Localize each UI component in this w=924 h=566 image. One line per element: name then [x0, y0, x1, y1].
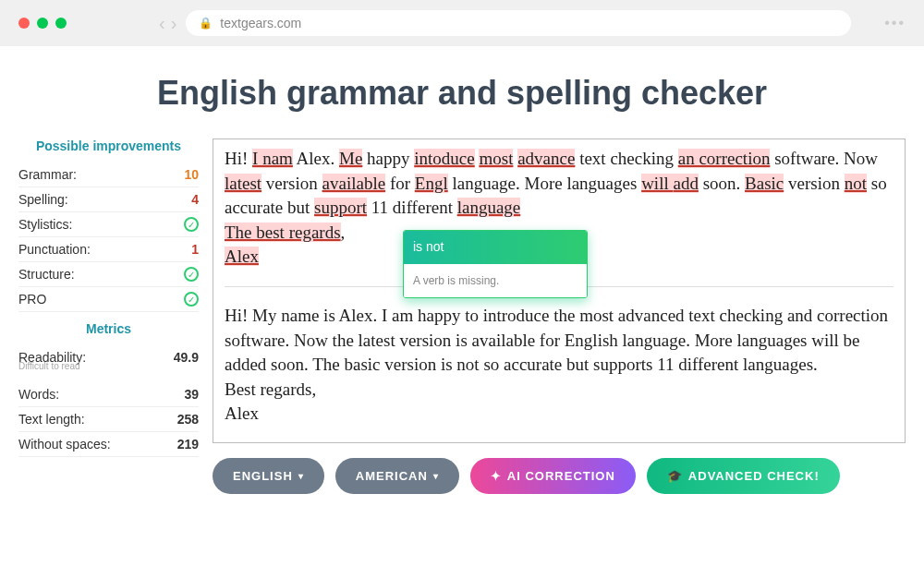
stat-value: 39	[184, 387, 199, 402]
metrics-heading: Metrics	[18, 321, 199, 336]
stat-label: Without spaces:	[18, 437, 111, 452]
url-bar[interactable]: 🔒 textgears.com	[186, 10, 851, 36]
stat-structure: Structure: ✓	[18, 262, 199, 287]
error-highlight[interactable]: Basic	[745, 174, 784, 193]
error-highlight[interactable]: will	[641, 174, 673, 193]
nav-arrows: ‹ ›	[159, 13, 176, 34]
error-highlight[interactable]: an correction	[678, 149, 771, 168]
error-highlight[interactable]: The best regards	[225, 223, 341, 242]
error-highlight[interactable]: available	[322, 174, 386, 193]
error-highlight[interactable]: Alex	[225, 247, 259, 266]
page-title: English grammar and spelling checker	[0, 74, 924, 113]
error-highlight[interactable]: support	[314, 198, 367, 217]
window-controls	[18, 18, 67, 29]
stat-pro: PRO ✓	[18, 287, 199, 312]
variant-select[interactable]: AMERICAN ▾	[335, 458, 459, 494]
stat-value: 1	[191, 242, 199, 257]
error-highlight[interactable]: language	[457, 198, 521, 217]
error-highlight[interactable]: Me	[339, 149, 362, 168]
stat-value: 258	[177, 412, 199, 427]
wand-icon: ✦	[491, 469, 502, 483]
stat-words: Words: 39	[18, 382, 199, 407]
editor-column: Hi! I nam Alex. Me happy intoduce most a…	[213, 138, 906, 494]
chevron-down-icon: ▾	[433, 471, 439, 481]
stat-value: 10	[184, 167, 199, 182]
button-label: AI CORRECTION	[507, 469, 615, 483]
advanced-check-button[interactable]: 🎓 ADVANCED CHECK!	[647, 458, 840, 494]
sidebar: Possible improvements Grammar: 10 Spelli…	[18, 138, 213, 494]
button-label: AMERICAN	[356, 469, 428, 483]
stat-value: 219	[177, 437, 199, 452]
close-window-dot[interactable]	[18, 18, 30, 29]
error-highlight[interactable]: intoduce	[414, 149, 474, 168]
error-highlight[interactable]: advance	[517, 149, 575, 168]
ai-correction-button[interactable]: ✦ AI CORRECTION	[470, 458, 636, 494]
stat-grammar: Grammar: 10	[18, 163, 199, 187]
stat-label: PRO	[18, 292, 46, 307]
readability-note: Difficult to read	[18, 361, 199, 371]
stat-textlength: Text length: 258	[18, 407, 199, 432]
stat-value: 4	[191, 192, 199, 207]
error-highlight[interactable]: not	[845, 174, 867, 193]
forward-icon[interactable]: ›	[171, 13, 177, 34]
check-icon: ✓	[184, 267, 199, 282]
stat-withoutspaces: Without spaces: 219	[18, 432, 199, 457]
button-label: ADVANCED CHECK!	[688, 469, 820, 483]
language-select[interactable]: ENGLISH ▾	[213, 458, 324, 494]
error-highlight[interactable]: add	[673, 174, 698, 193]
error-highlight[interactable]: I nam	[252, 149, 293, 168]
stat-label: Spelling:	[18, 192, 68, 207]
button-row: ENGLISH ▾ AMERICAN ▾ ✦ AI CORRECTION 🎓 A…	[213, 458, 906, 494]
check-icon: ✓	[184, 292, 199, 307]
tooltip-suggestion[interactable]: is not	[404, 231, 587, 264]
error-highlight[interactable]: Engl	[415, 174, 448, 193]
stat-label: Grammar:	[18, 167, 77, 182]
error-highlight[interactable]: most	[479, 149, 513, 168]
url-text: textgears.com	[220, 16, 301, 30]
stat-spelling: Spelling: 4	[18, 187, 199, 212]
error-highlight[interactable]: latest	[225, 174, 261, 193]
improvements-heading: Possible improvements	[18, 138, 199, 153]
stat-punctuation: Punctuation: 1	[18, 237, 199, 262]
more-icon[interactable]: •••	[884, 15, 906, 31]
stat-label: Text length:	[18, 412, 85, 427]
stat-stylistics: Stylistics: ✓	[18, 212, 199, 237]
graduation-cap-icon: 🎓	[667, 469, 683, 483]
stat-label: Punctuation:	[18, 242, 91, 257]
suggestion-tooltip[interactable]: is not A verb is missing.	[403, 230, 588, 298]
editor-box[interactable]: Hi! I nam Alex. Me happy intoduce most a…	[213, 138, 906, 443]
stat-value: 49.9	[174, 350, 199, 365]
stat-label: Structure:	[18, 267, 75, 282]
stat-label: Stylistics:	[18, 217, 72, 232]
tooltip-explanation: A verb is missing.	[404, 264, 587, 298]
chevron-down-icon: ▾	[298, 471, 304, 481]
stat-label: Words:	[18, 387, 59, 402]
check-icon: ✓	[184, 217, 199, 232]
button-label: ENGLISH	[233, 469, 293, 483]
minimize-window-dot[interactable]	[37, 18, 48, 29]
page-content: English grammar and spelling checker Pos…	[0, 46, 924, 566]
maximize-window-dot[interactable]	[55, 18, 67, 29]
corrected-text[interactable]: Hi! My name is Alex. I am happy to intro…	[225, 304, 894, 427]
browser-chrome: ‹ › 🔒 textgears.com •••	[0, 0, 924, 46]
lock-icon: 🔒	[199, 17, 213, 30]
back-icon[interactable]: ‹	[159, 13, 165, 34]
